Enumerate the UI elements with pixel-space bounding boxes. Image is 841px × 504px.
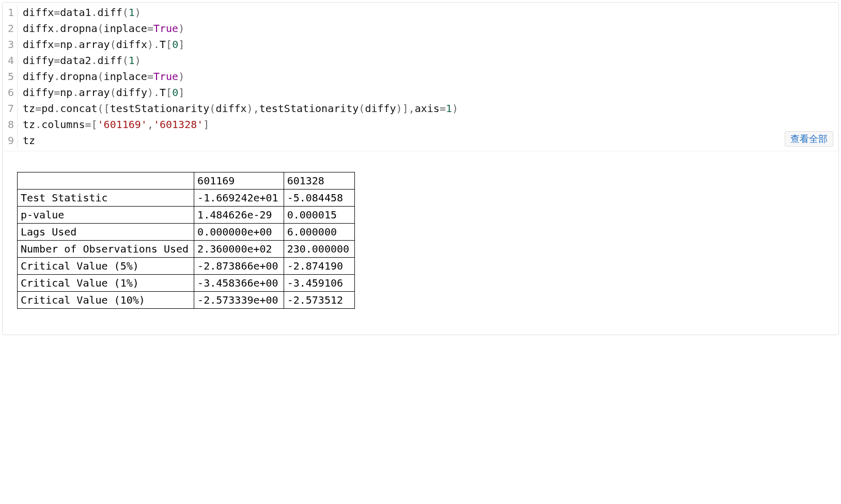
code-line[interactable]: tz=pd.concat([testStationarity(diffx),te…: [23, 101, 833, 117]
table-cell: -2.573339e+00: [194, 292, 284, 309]
code-line[interactable]: diffy=data2.diff(1): [23, 53, 833, 69]
table-cell: -1.669242e+01: [194, 190, 284, 207]
table-row: Number of Observations Used2.360000e+022…: [18, 241, 355, 258]
table-cell: 0.000015: [284, 207, 354, 224]
code-line[interactable]: diffy.dropna(inplace=True): [23, 69, 833, 85]
row-label: p-value: [18, 207, 194, 224]
line-number-gutter: 123456789: [3, 5, 18, 149]
code-line[interactable]: diffx.dropna(inplace=True): [23, 21, 833, 37]
output-area: 601169 601328 Test Statistic-1.669242e+0…: [3, 151, 838, 335]
code-input-area[interactable]: 123456789 diffx=data1.diff(1)diffx.dropn…: [3, 3, 838, 151]
code-line[interactable]: diffx=np.array(diffx).T[0]: [23, 37, 833, 53]
table-cell: -2.874190: [284, 258, 354, 275]
table-header-cell: [18, 172, 194, 190]
table-cell: -3.458366e+00: [194, 275, 284, 292]
line-number: 6: [8, 85, 14, 101]
line-number: 4: [8, 53, 14, 69]
table-cell: 6.000000: [284, 224, 354, 241]
row-label: Test Statistic: [18, 190, 194, 207]
table-cell: 1.484626e-29: [194, 207, 284, 224]
code-text[interactable]: diffx=data1.diff(1)diffx.dropna(inplace=…: [18, 5, 838, 149]
notebook-cell: 123456789 diffx=data1.diff(1)diffx.dropn…: [2, 2, 839, 335]
table-row: Critical Value (10%)-2.573339e+00-2.5735…: [18, 292, 355, 309]
line-number: 1: [8, 5, 14, 21]
code-line[interactable]: diffx=data1.diff(1): [23, 5, 833, 21]
line-number: 8: [8, 117, 14, 133]
table-row: p-value1.484626e-290.000015: [18, 207, 355, 224]
table-row: Critical Value (1%)-3.458366e+00-3.45910…: [18, 275, 355, 292]
table-row: Critical Value (5%)-2.873866e+00-2.87419…: [18, 258, 355, 275]
show-all-button[interactable]: 查看全部: [785, 131, 833, 147]
line-number: 2: [8, 21, 14, 37]
table-cell: -3.459106: [284, 275, 354, 292]
table-row: Test Statistic-1.669242e+01-5.084458: [18, 190, 355, 207]
table-cell: -2.873866e+00: [194, 258, 284, 275]
table-cell: 2.360000e+02: [194, 241, 284, 258]
table-cell: 230.000000: [284, 241, 354, 258]
row-label: Lags Used: [18, 224, 194, 241]
table-cell: 0.000000e+00: [194, 224, 284, 241]
table-header-row: 601169 601328: [18, 172, 355, 190]
row-label: Critical Value (10%): [18, 292, 194, 309]
table-cell: -2.573512: [284, 292, 354, 309]
table-header-cell: 601169: [194, 172, 284, 190]
line-number: 5: [8, 69, 14, 85]
line-number: 9: [8, 133, 14, 149]
code-line[interactable]: tz: [23, 133, 833, 149]
table-cell: -5.084458: [284, 190, 354, 207]
row-label: Critical Value (5%): [18, 258, 194, 275]
code-line[interactable]: tz.columns=['601169','601328']: [23, 117, 833, 133]
table-row: Lags Used0.000000e+006.000000: [18, 224, 355, 241]
line-number: 7: [8, 101, 14, 117]
code-line[interactable]: diffy=np.array(diffy).T[0]: [23, 85, 833, 101]
row-label: Critical Value (1%): [18, 275, 194, 292]
dataframe-table: 601169 601328 Test Statistic-1.669242e+0…: [17, 172, 355, 309]
row-label: Number of Observations Used: [18, 241, 194, 258]
table-header-cell: 601328: [284, 172, 354, 190]
line-number: 3: [8, 37, 14, 53]
